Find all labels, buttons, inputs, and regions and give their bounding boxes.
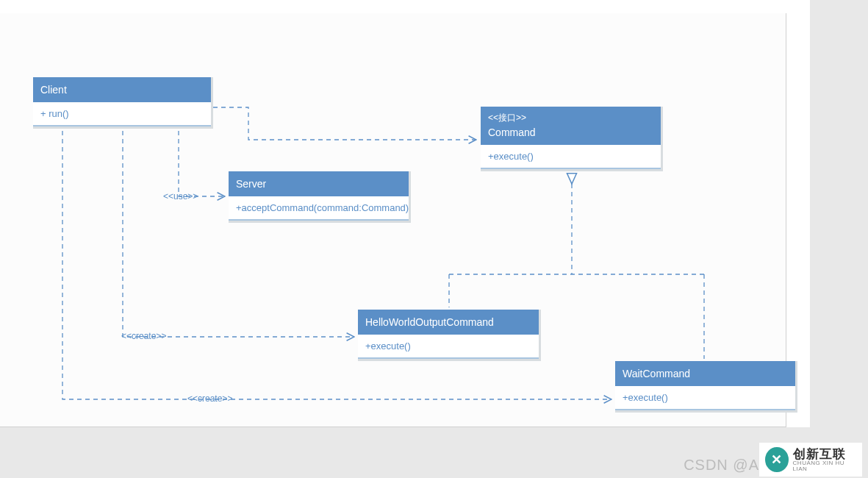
uml-diagram-panel: Client + run() Server +acceptCommand(com… bbox=[0, 13, 786, 427]
page-content: Client + run() Server +acceptCommand(com… bbox=[0, 0, 810, 427]
uml-class-server: Server +acceptCommand(command:Command) bbox=[229, 171, 411, 223]
relation-label-use: <<use>> bbox=[163, 191, 198, 201]
uml-class-client: Client + run() bbox=[33, 77, 213, 129]
relation-label-create-hello: <<create>> bbox=[121, 331, 166, 341]
brand-name-zh: 创新互联 bbox=[793, 448, 856, 460]
uml-class-method: +execute() bbox=[481, 145, 661, 169]
uml-class-title: WaitCommand bbox=[615, 361, 795, 386]
relation-label-create-wait: <<create>> bbox=[187, 393, 232, 404]
brand-glyph: ✕ bbox=[771, 452, 782, 468]
brand-name-en: CHUANG XIN HU LIAN bbox=[793, 460, 856, 472]
uml-class-method: +acceptCommand(command:Command) bbox=[229, 196, 409, 221]
uml-class-title: Server bbox=[229, 171, 409, 196]
uml-class-title: <<接口>> Command bbox=[481, 107, 661, 145]
csdn-watermark: CSDN @A bbox=[684, 457, 759, 474]
uml-class-title: HelloWorldOutputCommand bbox=[358, 310, 539, 335]
uml-title-text: Command bbox=[488, 126, 536, 138]
uml-class-title: Client bbox=[33, 77, 211, 102]
uml-class-wait: WaitCommand +execute() bbox=[615, 361, 797, 413]
brand-text: 创新互联 CHUANG XIN HU LIAN bbox=[793, 448, 856, 472]
uml-class-method: +execute() bbox=[615, 386, 795, 410]
uml-class-method: +execute() bbox=[358, 335, 539, 359]
brand-badge: ✕ 创新互联 CHUANG XIN HU LIAN bbox=[759, 443, 862, 477]
uml-class-hello: HelloWorldOutputCommand +execute() bbox=[358, 310, 541, 361]
brand-logo-icon: ✕ bbox=[765, 447, 789, 472]
uml-interface-command: <<接口>> Command +execute() bbox=[481, 107, 663, 171]
uml-class-method: + run() bbox=[33, 102, 211, 126]
uml-stereotype: <<接口>> bbox=[488, 113, 653, 124]
